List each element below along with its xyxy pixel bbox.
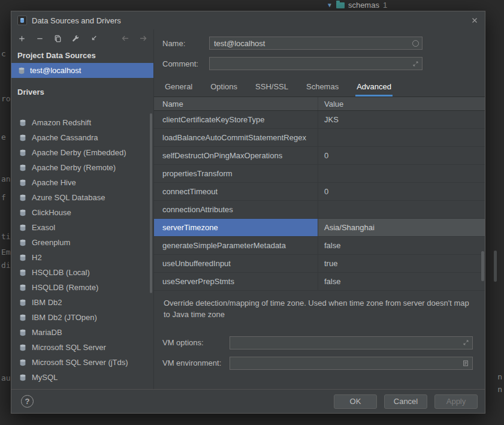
- driver-item[interactable]: MySQL for 5.1: [11, 385, 153, 389]
- vm-options-field[interactable]: [230, 336, 473, 349]
- table-row[interactable]: selfDestructOnPingMaxOperations0: [154, 147, 485, 165]
- right-panel: Name: Comment: General Options: [154, 29, 485, 389]
- driver-item[interactable]: Microsoft SQL Server (jTds): [11, 355, 153, 370]
- forward-arrow-icon[interactable]: [138, 34, 148, 44]
- driver-label: ClickHouse: [32, 208, 71, 217]
- driver-item[interactable]: Microsoft SQL Server: [11, 340, 153, 355]
- close-icon[interactable]: [470, 16, 479, 25]
- driver-item[interactable]: Apache Hive: [11, 175, 153, 190]
- driver-label: MariaDB: [32, 328, 62, 337]
- comment-field[interactable]: [209, 57, 422, 70]
- column-header-value[interactable]: Value: [318, 97, 485, 110]
- property-name[interactable]: useUnbufferedInput: [154, 255, 318, 272]
- driver-item[interactable]: Apache Cassandra: [11, 130, 153, 145]
- expand-field-icon[interactable]: [463, 339, 469, 346]
- ok-button[interactable]: OK: [334, 394, 377, 409]
- driver-item[interactable]: MariaDB: [11, 325, 153, 340]
- terminal-output-line: kManagerApplication: Started BookManager…: [0, 414, 504, 425]
- bg-text-fragment: ro: [1, 94, 11, 103]
- table-row-selected[interactable]: serverTimezoneAsia/Shanghai: [154, 219, 485, 237]
- property-value[interactable]: JKS: [318, 111, 485, 128]
- import-ddl-icon[interactable]: [89, 34, 99, 44]
- property-value[interactable]: Asia/Shanghai: [318, 219, 485, 236]
- property-value[interactable]: true: [318, 255, 485, 272]
- back-arrow-icon[interactable]: [120, 34, 130, 44]
- driver-label: Apache Hive: [32, 178, 76, 187]
- driver-item[interactable]: Apache Derby (Embedded): [11, 145, 153, 160]
- apply-button[interactable]: Apply: [434, 394, 478, 409]
- drivers-scrollbar[interactable]: [150, 113, 152, 293]
- property-value[interactable]: false: [318, 273, 485, 290]
- name-input[interactable]: [213, 38, 412, 49]
- data-source-item-selected[interactable]: test@localhost: [11, 63, 153, 78]
- property-value[interactable]: [318, 165, 485, 182]
- duplicate-icon[interactable]: [53, 34, 63, 44]
- vm-environment-field[interactable]: [230, 357, 473, 370]
- comment-input[interactable]: [213, 59, 412, 69]
- schemas-tree-node[interactable]: ▼ schemas 1: [327, 1, 387, 10]
- table-row[interactable]: connectTimeout0: [154, 183, 485, 201]
- table-row[interactable]: generateSimpleParameterMetadatafalse: [154, 237, 485, 255]
- property-value[interactable]: 0: [318, 147, 485, 164]
- table-scrollbar[interactable]: [481, 251, 484, 281]
- data-source-toolbar: [11, 29, 153, 47]
- driver-item[interactable]: Exasol: [11, 220, 153, 235]
- property-name[interactable]: loadBalanceAutoCommitStatementRegex: [154, 129, 318, 146]
- property-value[interactable]: false: [318, 237, 485, 254]
- table-row[interactable]: propertiesTransform: [154, 165, 485, 183]
- property-name[interactable]: useServerPrepStmts: [154, 273, 318, 290]
- property-name[interactable]: propertiesTransform: [154, 165, 318, 182]
- table-row[interactable]: loadBalanceAutoCommitStatementRegex: [154, 129, 485, 147]
- driver-item[interactable]: IBM Db2: [11, 295, 153, 310]
- property-name[interactable]: serverTimezone: [154, 219, 318, 236]
- tab-general[interactable]: General: [164, 82, 194, 97]
- driver-item[interactable]: Apache Derby (Remote): [11, 160, 153, 175]
- table-row[interactable]: useUnbufferedInputtrue: [154, 255, 485, 273]
- database-icon: [19, 149, 27, 157]
- editor-scrollbar[interactable]: [494, 251, 497, 282]
- property-value[interactable]: [318, 201, 485, 218]
- variables-list-icon[interactable]: [462, 360, 469, 367]
- property-name[interactable]: generateSimpleParameterMetadata: [154, 237, 318, 254]
- remove-icon[interactable]: [35, 34, 45, 44]
- table-row[interactable]: useServerPrepStmtsfalse: [154, 273, 485, 291]
- database-icon: [19, 179, 27, 187]
- name-label: Name:: [162, 39, 209, 48]
- driver-item[interactable]: Azure SQL Database: [11, 190, 153, 205]
- tab-advanced[interactable]: Advanced: [355, 82, 393, 97]
- tab-ssh-ssl[interactable]: SSH/SSL: [254, 82, 289, 97]
- property-name[interactable]: selfDestructOnPingMaxOperations: [154, 147, 318, 164]
- column-header-name[interactable]: Name: [154, 97, 318, 110]
- expand-field-icon[interactable]: [412, 61, 419, 67]
- property-name[interactable]: connectTimeout: [154, 183, 318, 200]
- tab-options[interactable]: Options: [209, 82, 239, 97]
- driver-item[interactable]: H2: [11, 250, 153, 265]
- driver-label: Apache Cassandra: [32, 133, 98, 142]
- driver-label: HSQLDB (Remote): [32, 283, 98, 292]
- drivers-list: Amazon Redshift Apache Cassandra Apache …: [11, 115, 153, 389]
- help-icon[interactable]: ?: [21, 395, 34, 408]
- vm-environment-input[interactable]: [233, 358, 462, 368]
- property-name[interactable]: connectionAttributes: [154, 201, 318, 218]
- driver-properties-wrench-icon[interactable]: [71, 34, 81, 44]
- name-field[interactable]: [209, 37, 422, 50]
- driver-item[interactable]: Amazon Redshift: [11, 115, 153, 130]
- property-value[interactable]: [318, 129, 485, 146]
- driver-item[interactable]: IBM Db2 (JTOpen): [11, 310, 153, 325]
- driver-item[interactable]: MySQL: [11, 370, 153, 385]
- property-name[interactable]: clientCertificateKeyStoreType: [154, 111, 318, 128]
- property-value[interactable]: 0: [318, 183, 485, 200]
- driver-item[interactable]: HSQLDB (Remote): [11, 280, 153, 295]
- driver-item[interactable]: Greenplum: [11, 235, 153, 250]
- chevron-down-icon[interactable]: ▼: [327, 2, 333, 8]
- tab-schemas[interactable]: Schemas: [305, 82, 340, 97]
- driver-item[interactable]: ClickHouse: [11, 205, 153, 220]
- database-icon: [19, 314, 27, 322]
- driver-item[interactable]: HSQLDB (Local): [11, 265, 153, 280]
- add-icon[interactable]: [17, 34, 27, 44]
- vm-options-input[interactable]: [233, 337, 463, 348]
- cancel-button[interactable]: Cancel: [384, 394, 427, 409]
- table-row[interactable]: connectionAttributes: [154, 201, 485, 219]
- bg-text-fragment: c: [1, 49, 6, 58]
- table-row[interactable]: clientCertificateKeyStoreTypeJKS: [154, 111, 485, 129]
